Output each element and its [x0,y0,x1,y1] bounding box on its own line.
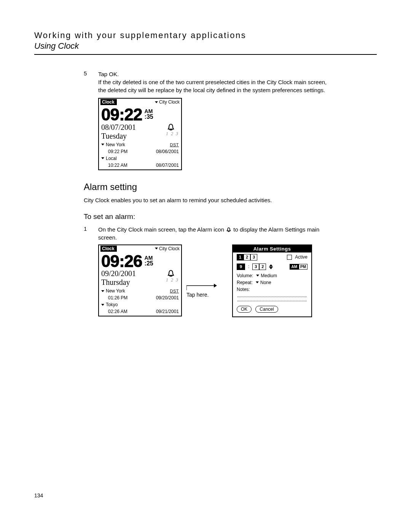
svg-marker-2 [214,284,217,288]
active-checkbox[interactable] [287,255,292,260]
chevron-down-icon [101,304,104,306]
step-number: 5 [84,70,91,94]
notes-line-1[interactable] [237,294,307,297]
date: 09/20/2001 [101,269,136,278]
step-body: If the city deleted is one of the two cu… [98,78,334,94]
mode-dropdown[interactable]: City Clock [155,99,180,105]
city-2-date: 08/07/2001 [156,163,179,168]
ampm-toggle[interactable]: AM PM [290,264,307,270]
notes-label: Notes: [237,287,250,292]
to-set-alarm-heading: To set an alarm: [84,212,377,221]
alarm-intro: City Clock enables you to set an alarm t… [84,196,320,204]
alarm-indicators: 1 2 3 [166,132,179,136]
arrow-icon [186,283,217,291]
step-5: 5 Tap OK. If the city deleted is one of … [84,70,377,94]
alarm-tab-3[interactable]: 3 [250,254,257,260]
time-spinner[interactable] [269,264,273,269]
city-1-date: 09/20/2001 [156,295,179,300]
ampm: AM [145,255,153,260]
chevron-down-icon [101,290,104,292]
app-label: Clock [100,99,117,105]
day: Thursday [101,278,136,287]
city-1-date: 08/06/2001 [156,149,179,154]
clock-time: 09:22 [101,107,142,122]
dst-indicator[interactable]: DST [170,289,179,293]
volume-dropdown[interactable]: Medium [256,273,277,278]
alarm-tab-1[interactable]: 1 [237,254,244,260]
cancel-button[interactable]: Cancel [255,306,278,313]
date: 08/07/2001 [101,123,136,132]
notes-line-2[interactable] [237,299,307,301]
minute-box-2[interactable]: 2 [259,264,266,270]
alarm-setting-heading: Alarm setting [84,182,377,192]
chevron-down-icon [101,144,104,145]
spinner-up-icon[interactable] [269,264,273,267]
minute-box-1[interactable]: 3 [252,264,259,270]
seconds: :25 [145,260,153,267]
dialog-title: Alarm Settings [233,245,311,252]
active-label: Active [295,254,307,260]
chevron-down-icon [155,248,158,249]
city-2-time: 10:22 AM [101,163,127,168]
mode-dropdown[interactable]: City Clock [155,246,180,251]
repeat-label: Repeat: [237,280,253,285]
seconds: :35 [145,114,153,120]
pm-option[interactable]: PM [299,264,307,270]
header-divider [34,54,377,55]
volume-label: Volume: [237,273,253,278]
clock-time: 09:26 [101,254,142,269]
city-2-dropdown[interactable]: Local [101,156,117,161]
chevron-down-icon [256,281,259,283]
app-label: Clock [100,246,117,252]
hour-box[interactable]: 9 [237,264,245,270]
dst-indicator[interactable]: DST [170,142,179,147]
city-1-dropdown[interactable]: New York [101,288,125,294]
alarm-icon[interactable] [166,123,179,132]
ok-button[interactable]: OK [237,306,252,313]
mode-label: City Clock [159,246,180,251]
step-number: 1 [84,225,91,241]
ampm: AM [145,109,153,114]
callout-arrow: Tap here. [186,283,217,298]
city-1-dropdown[interactable]: New York [101,142,125,147]
section-subtitle: Using Clock [34,41,377,51]
alarm-icon [226,226,233,233]
city-2-date: 09/21/2001 [156,309,179,314]
mode-label: City Clock [159,99,180,105]
city-2-time: 02:26 AM [101,309,127,314]
step-lead: Tap OK. [98,70,334,78]
repeat-dropdown[interactable]: None [256,280,271,285]
step-text: On the City Clock main screen, tap the A… [98,225,334,241]
alarm-tab-2[interactable]: 2 [244,254,250,260]
city-1-time: 01:26 PM [101,295,127,300]
alarm-indicators: 1 2 3 [166,278,179,282]
step-1: 1 On the City Clock main screen, tap the… [84,225,377,241]
city-2-dropdown[interactable]: Tokyo [101,302,118,307]
city-1-time: 09:22 PM [101,149,127,154]
city-clock-screenshot-2: Clock City Clock 09:26 AM :25 [98,244,182,317]
city-clock-screenshot-1: Clock City Clock 09:22 AM :35 08/07/2001 [98,98,182,170]
chevron-down-icon [101,157,104,159]
chevron-down-icon [256,275,259,276]
chapter-title: Working with your supplementary applicat… [34,30,377,40]
chevron-down-icon [155,101,158,103]
alarm-tabs[interactable]: 1 2 3 [237,254,257,260]
alarm-settings-dialog: Alarm Settings 1 2 3 Active 9 : 3 [232,244,312,317]
am-option[interactable]: AM [290,264,299,270]
page-number: 134 [34,492,377,498]
tap-here-label: Tap here. [186,292,209,298]
day: Tuesday [101,132,136,141]
manual-page: Working with your supplementary applicat… [0,0,411,521]
spinner-down-icon[interactable] [269,267,273,269]
